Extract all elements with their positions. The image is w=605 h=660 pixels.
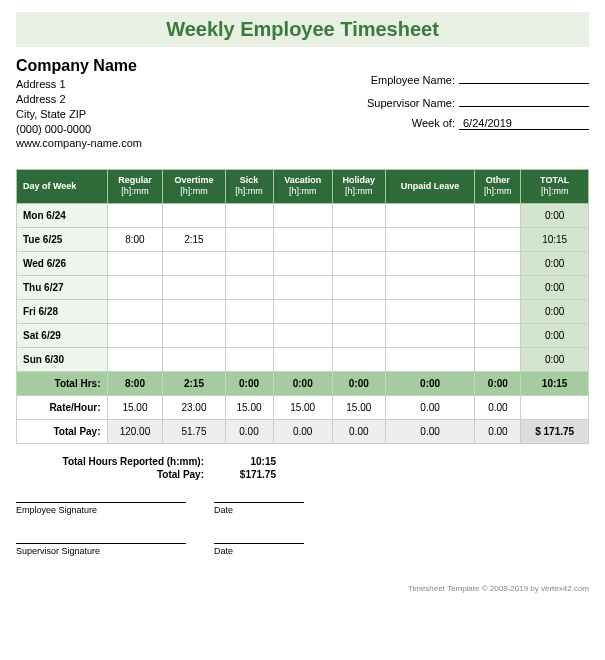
summary-block: Total Hours Reported (h:mm): 10:15 Total…: [56, 456, 589, 480]
hours-cell[interactable]: [163, 275, 225, 299]
hours-cell[interactable]: [107, 347, 163, 371]
hours-cell[interactable]: [107, 203, 163, 227]
hours-cell[interactable]: [332, 323, 385, 347]
hours-cell[interactable]: [273, 323, 332, 347]
hours-cell[interactable]: [225, 203, 273, 227]
hours-cell[interactable]: [385, 251, 475, 275]
summary-pay-label: Total Pay:: [56, 469, 216, 480]
day-cell: Sun 6/30: [17, 347, 108, 371]
hours-cell[interactable]: [163, 203, 225, 227]
hours-cell[interactable]: [475, 275, 521, 299]
hours-cell[interactable]: 8:00: [107, 227, 163, 251]
hours-cell[interactable]: [385, 203, 475, 227]
day-cell: Fri 6/28: [17, 299, 108, 323]
company-block: Company Name Address 1 Address 2 City, S…: [16, 57, 142, 151]
hours-cell[interactable]: [107, 323, 163, 347]
hours-cell[interactable]: [475, 299, 521, 323]
weekof-field[interactable]: 6/24/2019: [459, 117, 589, 130]
hours-cell[interactable]: [273, 203, 332, 227]
supervisor-name-label: Supervisor Name:: [367, 97, 459, 109]
day-cell: Mon 6/24: [17, 203, 108, 227]
employee-signature-date[interactable]: Date: [214, 502, 304, 515]
hours-cell[interactable]: [332, 203, 385, 227]
hours-cell: 10:15: [521, 227, 589, 251]
col-day: Day of Week: [17, 170, 108, 204]
day-cell: Wed 6/26: [17, 251, 108, 275]
hours-cell[interactable]: [107, 251, 163, 275]
hours-cell: 0:00: [521, 323, 589, 347]
hours-cell[interactable]: [475, 251, 521, 275]
employee-name-field[interactable]: [459, 71, 589, 84]
hours-cell[interactable]: [163, 299, 225, 323]
hours-cell[interactable]: [332, 275, 385, 299]
col-vacation: Vacation[h]:mm: [273, 170, 332, 204]
hours-cell[interactable]: [385, 227, 475, 251]
hours-cell[interactable]: [273, 347, 332, 371]
supervisor-signature-date[interactable]: Date: [214, 543, 304, 556]
hours-cell[interactable]: [332, 251, 385, 275]
hours-cell[interactable]: [332, 347, 385, 371]
summary-hours-label: Total Hours Reported (h:mm):: [56, 456, 216, 467]
hours-cell[interactable]: [332, 227, 385, 251]
employee-signature-line[interactable]: Employee Signature: [16, 502, 186, 515]
hours-cell[interactable]: [273, 275, 332, 299]
col-regular: Regular[h]:mm: [107, 170, 163, 204]
employee-name-label: Employee Name:: [371, 74, 459, 86]
summary-hours-value: 10:15: [216, 456, 276, 467]
company-phone: (000) 000-0000: [16, 122, 142, 137]
hours-cell[interactable]: [225, 323, 273, 347]
hours-cell: 0:00: [521, 203, 589, 227]
hours-cell[interactable]: [385, 347, 475, 371]
col-overtime: Overtime[h]:mm: [163, 170, 225, 204]
table-row: Fri 6/280:00: [17, 299, 589, 323]
hours-cell: 0:00: [521, 275, 589, 299]
hours-cell[interactable]: [163, 347, 225, 371]
info-block: Employee Name: Supervisor Name: Week of:…: [367, 57, 589, 151]
hours-cell[interactable]: [273, 227, 332, 251]
day-cell: Thu 6/27: [17, 275, 108, 299]
hours-cell: 0:00: [521, 347, 589, 371]
company-address2: Address 2: [16, 92, 142, 107]
rate-row: Rate/Hour: 15.0023.0015.00 15.0015.000.0…: [17, 395, 589, 419]
hours-cell[interactable]: [475, 347, 521, 371]
table-row: Tue 6/258:002:1510:15: [17, 227, 589, 251]
hours-cell[interactable]: [163, 323, 225, 347]
company-website: www.company-name.com: [16, 136, 142, 151]
col-holiday: Holiday[h]:mm: [332, 170, 385, 204]
hours-cell: 0:00: [521, 299, 589, 323]
hours-cell[interactable]: [385, 275, 475, 299]
hours-cell[interactable]: [107, 299, 163, 323]
supervisor-name-field[interactable]: [459, 94, 589, 107]
hours-cell[interactable]: [273, 251, 332, 275]
hours-cell[interactable]: [163, 251, 225, 275]
hours-cell[interactable]: [225, 299, 273, 323]
company-name: Company Name: [16, 57, 142, 75]
hours-cell[interactable]: [225, 275, 273, 299]
hours-cell[interactable]: [385, 299, 475, 323]
weekof-label: Week of:: [412, 117, 459, 129]
hours-cell[interactable]: [225, 347, 273, 371]
table-row: Sat 6/290:00: [17, 323, 589, 347]
table-row: Mon 6/240:00: [17, 203, 589, 227]
footer-text: Timesheet Template © 2008-2019 by vertex…: [16, 584, 589, 593]
table-row: Sun 6/300:00: [17, 347, 589, 371]
hours-cell[interactable]: [225, 227, 273, 251]
hours-cell[interactable]: [273, 299, 332, 323]
page-title: Weekly Employee Timesheet: [16, 18, 589, 41]
hours-cell[interactable]: [475, 227, 521, 251]
title-bar: Weekly Employee Timesheet: [16, 12, 589, 47]
hours-cell[interactable]: [475, 203, 521, 227]
col-total: TOTAL[h]:mm: [521, 170, 589, 204]
col-unpaid: Unpaid Leave: [385, 170, 475, 204]
hours-cell[interactable]: [225, 251, 273, 275]
pay-row: Total Pay: 120.0051.750.00 0.000.000.00 …: [17, 419, 589, 443]
col-other: Other[h]:mm: [475, 170, 521, 204]
day-cell: Tue 6/25: [17, 227, 108, 251]
hours-cell[interactable]: 2:15: [163, 227, 225, 251]
company-address1: Address 1: [16, 77, 142, 92]
hours-cell[interactable]: [475, 323, 521, 347]
hours-cell[interactable]: [332, 299, 385, 323]
hours-cell[interactable]: [107, 275, 163, 299]
hours-cell[interactable]: [385, 323, 475, 347]
supervisor-signature-line[interactable]: Supervisor Signature: [16, 543, 186, 556]
